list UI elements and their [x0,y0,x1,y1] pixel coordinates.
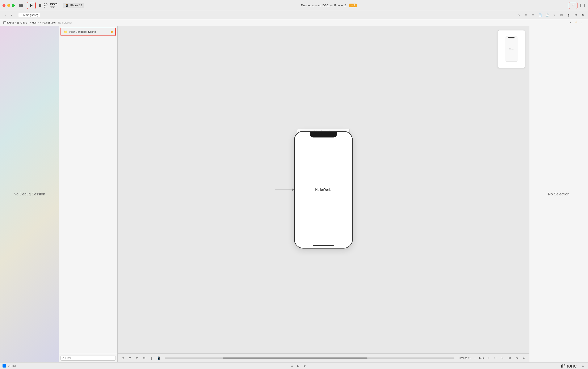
canvas-scrollbar[interactable] [165,358,454,359]
bottom-last-icon[interactable]: ⊡ [581,364,586,368]
minimize-button[interactable] [7,4,10,7]
expand-button[interactable]: ⤡ [500,355,505,361]
canvas-phone-btn[interactable]: 📱 [156,355,161,361]
no-selection-label: No Selection [548,192,569,196]
svg-rect-0 [19,4,20,7]
filter-bottom-input[interactable] [10,364,36,367]
bottom-icon-3[interactable]: ⊕ [302,364,307,368]
run-icon-button[interactable]: ↻ [580,13,586,18]
breadcrumb-ios01-1[interactable]: IOS01 [7,21,14,24]
scene-filter: ⊙ Filter [59,354,117,362]
inspector-icon-button[interactable]: ⊡ [559,13,564,18]
add-button-container: + [569,2,578,9]
breadcrumb-warning-icon: ⚠ [575,20,578,25]
status-bottom-right: ⊡ ⊞ ⊕ [290,364,307,368]
nav-back-button[interactable]: ‹ [2,12,8,18]
vc-thumbnail[interactable]: viewcontroller [498,30,525,68]
scene-item-dot [111,31,113,33]
breadcrumb-bar: IOS01 › IOS01 › ✕ Main › ✕ Main (Base) ›… [0,19,588,26]
filter-icon: ⊙ [62,357,64,359]
filter-bottom[interactable]: ⊙ [8,364,36,367]
canvas-bottom-toolbar: ⊡ ⊙ ⊕ ⊞ | 📱 iPhone 11 − 66% + ↻ ⤡ ⊞ ⊙ ⬇ [118,353,529,362]
zoom-in-button[interactable]: + [485,355,491,361]
play-button-container [27,2,36,9]
svg-rect-5 [39,4,41,7]
warning-badge: ⚠ 1 [349,4,357,7]
tab-main-base[interactable]: ✕ Main (Base) [19,13,40,17]
status-bar: ⊙ ⊡ ⊞ ⊕ iPhone ⊡ [0,362,588,369]
svg-rect-3 [20,6,23,7]
breadcrumb-main[interactable]: Main [32,21,37,24]
bottom-icon-2[interactable]: ⊞ [296,364,301,368]
iphone-home-indicator [313,245,334,246]
grid-icon-button[interactable]: ⊞ [530,13,536,18]
device-name-label: iPhone 12 [70,4,82,7]
list-icon-button[interactable]: ≡ [523,13,528,18]
device-icon: 📱 [65,4,68,7]
project-name: IOS01 [50,2,58,6]
scene-item-label: View Controller Scene [69,30,96,33]
blue-square-indicator [2,364,6,368]
close-button[interactable] [2,4,5,7]
svg-marker-4 [30,4,32,7]
zoom-out-button[interactable]: − [472,355,478,361]
sidebar-toggle-button[interactable] [18,3,23,8]
traffic-lights [2,4,15,7]
canvas-btn-4[interactable]: ⊞ [142,355,147,361]
toolbar: ‹ › ✕ Main (Base) ⤡ ≡ ⊞ 📄 🕐 ? ⊡ ¶ ⊞ ↻ [0,11,588,19]
scene-filter-input-container[interactable]: ⊙ Filter [61,356,116,361]
canvas-btn-1[interactable]: ⊡ [120,355,126,361]
inspect-icon-button[interactable]: ⤡ [516,13,521,18]
iphone-mockup[interactable]: HelloWorld [294,131,353,248]
breadcrumb-ios01-2[interactable]: IOS01 [20,21,27,24]
scene-folder-icon: 📁 [63,30,68,34]
canvas-btn-2[interactable]: ⊙ [127,355,133,361]
canvas-content: View Controller HelloWorld viewcontrolle… [118,26,529,353]
no-debug-label: No Debug Session [14,192,45,196]
svg-rect-12 [4,21,6,24]
iphone-screen: HelloWorld [295,132,352,248]
format-icon-button[interactable]: ¶ [566,13,571,18]
device-selector[interactable]: 📱 iPhone 12 [63,3,84,8]
bottom-icon-1[interactable]: ⊡ [290,364,294,368]
file-icon-button[interactable]: 📄 [538,13,543,18]
branch-icon [43,3,48,8]
svg-rect-2 [20,5,23,6]
breadcrumb-forward-button[interactable]: › [579,20,585,25]
clock-icon-button[interactable]: 🕐 [545,13,550,18]
tab-bar: ✕ Main (Base) [19,13,40,17]
nav-buttons: ‹ › [2,12,14,18]
arrow-line [275,190,292,190]
status-center: Finished running IOS01 on iPhone 12 ⚠ 1 [89,4,569,7]
layout-btn[interactable]: ⊞ [507,355,512,361]
accessibility-btn[interactable]: ⊙ [514,355,520,361]
iphone-container: HelloWorld [294,131,353,248]
tab-label: Main (Base) [23,13,38,17]
filter-placeholder: Filter [65,357,71,359]
help-icon-button[interactable]: ? [552,13,557,18]
svg-rect-11 [584,4,585,7]
scene-item-view-controller[interactable]: 📁 View Controller Scene [61,28,116,36]
layout-icon-button[interactable]: ⊞ [573,13,578,18]
add-button[interactable]: + [570,3,576,8]
canvas-area: View Controller HelloWorld viewcontrolle… [118,26,529,362]
canvas-device-label: iPhone 11 [460,357,471,359]
breadcrumb-no-selection: No Selection [58,21,73,24]
panel-toggle-button[interactable] [580,3,586,8]
breadcrumb-main-base[interactable]: Main (Base) [42,21,56,24]
breadcrumb-back-button[interactable]: ‹ [568,20,573,25]
stop-button[interactable] [37,3,43,8]
canvas-btn-3[interactable]: ⊕ [134,355,140,361]
maximize-button[interactable] [12,4,15,7]
play-button[interactable] [29,3,34,8]
nav-forward-button[interactable]: › [9,12,14,18]
thumb-screen: viewcontroller [505,37,518,62]
debug-panel: No Debug Session [0,26,59,362]
canvas-btn-5[interactable]: | [149,355,154,361]
download-btn[interactable]: ⬇ [521,355,527,361]
scrollbar-thumb [223,358,368,359]
toolbar-right: ⤡ ≡ ⊞ 📄 🕐 ? ⊡ ¶ ⊞ ↻ [516,13,586,18]
filter-bottom-icon: ⊙ [8,364,10,367]
refresh-button[interactable]: ↻ [493,355,498,361]
inspector-panel: No Selection [529,26,588,362]
